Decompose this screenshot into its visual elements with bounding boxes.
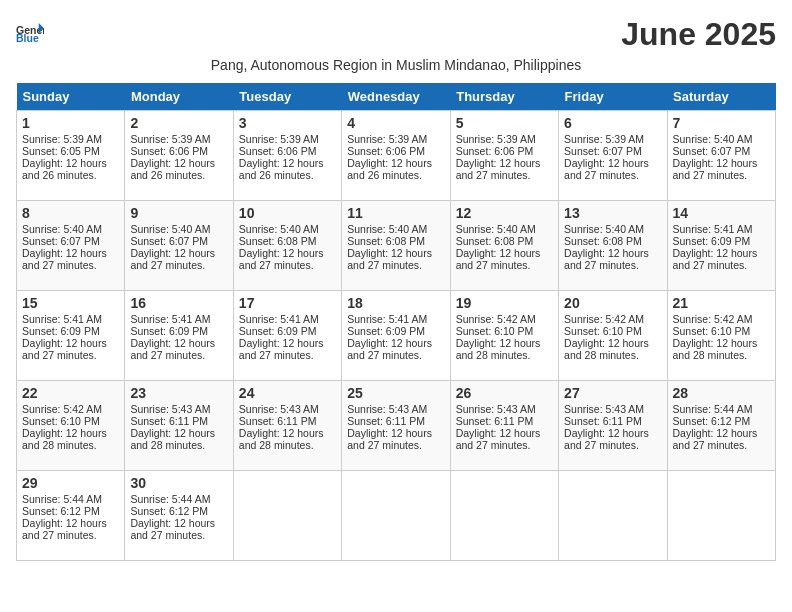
daylight-label: Daylight: 12 hours and 27 minutes. xyxy=(347,337,432,361)
sunrise-label: Sunrise: 5:44 AM xyxy=(130,493,210,505)
sunset-label: Sunset: 6:07 PM xyxy=(22,235,100,247)
day-cell-10: 10 Sunrise: 5:40 AM Sunset: 6:08 PM Dayl… xyxy=(233,201,341,291)
col-thursday: Thursday xyxy=(450,83,558,111)
day-number: 30 xyxy=(130,475,227,491)
day-cell-22: 22 Sunrise: 5:42 AM Sunset: 6:10 PM Dayl… xyxy=(17,381,125,471)
subtitle: Pang, Autonomous Region in Muslim Mindan… xyxy=(16,57,776,73)
day-cell-8: 8 Sunrise: 5:40 AM Sunset: 6:07 PM Dayli… xyxy=(17,201,125,291)
sunrise-label: Sunrise: 5:42 AM xyxy=(22,403,102,415)
sunrise-label: Sunrise: 5:40 AM xyxy=(347,223,427,235)
sunrise-label: Sunrise: 5:41 AM xyxy=(673,223,753,235)
day-number: 24 xyxy=(239,385,336,401)
sunrise-label: Sunrise: 5:41 AM xyxy=(239,313,319,325)
daylight-label: Daylight: 12 hours and 27 minutes. xyxy=(239,247,324,271)
day-cell-24: 24 Sunrise: 5:43 AM Sunset: 6:11 PM Dayl… xyxy=(233,381,341,471)
week-row-1: 1 Sunrise: 5:39 AM Sunset: 6:05 PM Dayli… xyxy=(17,111,776,201)
daylight-label: Daylight: 12 hours and 26 minutes. xyxy=(130,157,215,181)
sunrise-label: Sunrise: 5:43 AM xyxy=(564,403,644,415)
sunset-label: Sunset: 6:09 PM xyxy=(130,325,208,337)
day-cell-1: 1 Sunrise: 5:39 AM Sunset: 6:05 PM Dayli… xyxy=(17,111,125,201)
sunset-label: Sunset: 6:12 PM xyxy=(673,415,751,427)
daylight-label: Daylight: 12 hours and 28 minutes. xyxy=(564,337,649,361)
day-number: 11 xyxy=(347,205,444,221)
empty-cell xyxy=(450,471,558,561)
sunset-label: Sunset: 6:05 PM xyxy=(22,145,100,157)
day-number: 14 xyxy=(673,205,770,221)
day-number: 23 xyxy=(130,385,227,401)
day-number: 3 xyxy=(239,115,336,131)
day-cell-15: 15 Sunrise: 5:41 AM Sunset: 6:09 PM Dayl… xyxy=(17,291,125,381)
daylight-label: Daylight: 12 hours and 28 minutes. xyxy=(239,427,324,451)
sunset-label: Sunset: 6:10 PM xyxy=(456,325,534,337)
daylight-label: Daylight: 12 hours and 27 minutes. xyxy=(456,157,541,181)
day-cell-13: 13 Sunrise: 5:40 AM Sunset: 6:08 PM Dayl… xyxy=(559,201,667,291)
svg-text:Blue: Blue xyxy=(16,32,39,44)
sunset-label: Sunset: 6:11 PM xyxy=(564,415,642,427)
sunset-label: Sunset: 6:08 PM xyxy=(564,235,642,247)
col-wednesday: Wednesday xyxy=(342,83,450,111)
daylight-label: Daylight: 12 hours and 27 minutes. xyxy=(564,157,649,181)
day-number: 15 xyxy=(22,295,119,311)
sunset-label: Sunset: 6:08 PM xyxy=(456,235,534,247)
sunrise-label: Sunrise: 5:43 AM xyxy=(456,403,536,415)
col-monday: Monday xyxy=(125,83,233,111)
day-cell-19: 19 Sunrise: 5:42 AM Sunset: 6:10 PM Dayl… xyxy=(450,291,558,381)
sunset-label: Sunset: 6:11 PM xyxy=(239,415,317,427)
daylight-label: Daylight: 12 hours and 27 minutes. xyxy=(456,247,541,271)
day-number: 5 xyxy=(456,115,553,131)
sunrise-label: Sunrise: 5:41 AM xyxy=(347,313,427,325)
sunset-label: Sunset: 6:06 PM xyxy=(347,145,425,157)
day-number: 20 xyxy=(564,295,661,311)
day-number: 8 xyxy=(22,205,119,221)
day-number: 29 xyxy=(22,475,119,491)
day-number: 4 xyxy=(347,115,444,131)
day-cell-5: 5 Sunrise: 5:39 AM Sunset: 6:06 PM Dayli… xyxy=(450,111,558,201)
col-tuesday: Tuesday xyxy=(233,83,341,111)
daylight-label: Daylight: 12 hours and 27 minutes. xyxy=(239,337,324,361)
empty-cell xyxy=(559,471,667,561)
day-number: 28 xyxy=(673,385,770,401)
sunrise-label: Sunrise: 5:41 AM xyxy=(22,313,102,325)
day-number: 18 xyxy=(347,295,444,311)
logo: General Blue xyxy=(16,16,44,44)
day-cell-14: 14 Sunrise: 5:41 AM Sunset: 6:09 PM Dayl… xyxy=(667,201,775,291)
day-cell-18: 18 Sunrise: 5:41 AM Sunset: 6:09 PM Dayl… xyxy=(342,291,450,381)
logo-icon: General Blue xyxy=(16,16,44,44)
sunrise-label: Sunrise: 5:39 AM xyxy=(239,133,319,145)
day-cell-3: 3 Sunrise: 5:39 AM Sunset: 6:06 PM Dayli… xyxy=(233,111,341,201)
empty-cell xyxy=(233,471,341,561)
day-cell-21: 21 Sunrise: 5:42 AM Sunset: 6:10 PM Dayl… xyxy=(667,291,775,381)
daylight-label: Daylight: 12 hours and 27 minutes. xyxy=(673,427,758,451)
sunset-label: Sunset: 6:06 PM xyxy=(239,145,317,157)
sunset-label: Sunset: 6:07 PM xyxy=(130,235,208,247)
daylight-label: Daylight: 12 hours and 27 minutes. xyxy=(22,247,107,271)
sunrise-label: Sunrise: 5:39 AM xyxy=(22,133,102,145)
day-cell-28: 28 Sunrise: 5:44 AM Sunset: 6:12 PM Dayl… xyxy=(667,381,775,471)
day-cell-25: 25 Sunrise: 5:43 AM Sunset: 6:11 PM Dayl… xyxy=(342,381,450,471)
daylight-label: Daylight: 12 hours and 26 minutes. xyxy=(347,157,432,181)
sunset-label: Sunset: 6:09 PM xyxy=(347,325,425,337)
sunrise-label: Sunrise: 5:39 AM xyxy=(130,133,210,145)
sunrise-label: Sunrise: 5:43 AM xyxy=(130,403,210,415)
day-cell-4: 4 Sunrise: 5:39 AM Sunset: 6:06 PM Dayli… xyxy=(342,111,450,201)
sunset-label: Sunset: 6:09 PM xyxy=(239,325,317,337)
header: General Blue June 2025 xyxy=(16,16,776,53)
sunset-label: Sunset: 6:08 PM xyxy=(347,235,425,247)
daylight-label: Daylight: 12 hours and 27 minutes. xyxy=(347,427,432,451)
sunrise-label: Sunrise: 5:40 AM xyxy=(673,133,753,145)
sunset-label: Sunset: 6:08 PM xyxy=(239,235,317,247)
day-cell-2: 2 Sunrise: 5:39 AM Sunset: 6:06 PM Dayli… xyxy=(125,111,233,201)
day-number: 2 xyxy=(130,115,227,131)
sunrise-label: Sunrise: 5:44 AM xyxy=(22,493,102,505)
day-number: 19 xyxy=(456,295,553,311)
sunset-label: Sunset: 6:12 PM xyxy=(22,505,100,517)
daylight-label: Daylight: 12 hours and 28 minutes. xyxy=(22,427,107,451)
day-cell-11: 11 Sunrise: 5:40 AM Sunset: 6:08 PM Dayl… xyxy=(342,201,450,291)
sunset-label: Sunset: 6:11 PM xyxy=(456,415,534,427)
day-number: 26 xyxy=(456,385,553,401)
calendar-table: Sunday Monday Tuesday Wednesday Thursday… xyxy=(16,83,776,561)
daylight-label: Daylight: 12 hours and 27 minutes. xyxy=(347,247,432,271)
sunset-label: Sunset: 6:09 PM xyxy=(22,325,100,337)
week-row-2: 8 Sunrise: 5:40 AM Sunset: 6:07 PM Dayli… xyxy=(17,201,776,291)
sunrise-label: Sunrise: 5:40 AM xyxy=(130,223,210,235)
